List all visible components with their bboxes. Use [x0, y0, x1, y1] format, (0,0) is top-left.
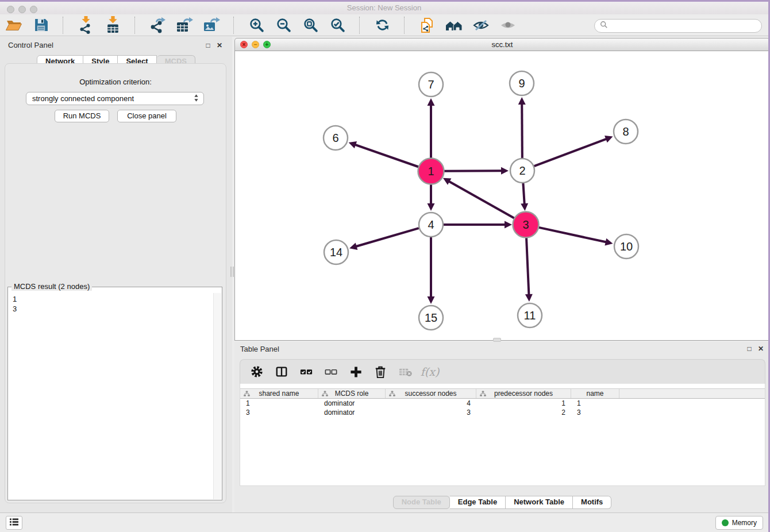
float-table-panel-icon[interactable]: □	[745, 345, 753, 353]
table-cell[interactable]: dominator	[318, 399, 386, 407]
hide-selected-icon[interactable]	[472, 16, 490, 34]
table-settings-icon[interactable]	[249, 364, 264, 379]
search-field[interactable]	[594, 19, 762, 33]
edge-3-10[interactable]	[538, 228, 613, 246]
table-cell[interactable]: 1	[476, 399, 571, 407]
column-label: predecessor nodes	[494, 390, 553, 398]
node-15[interactable]: 15	[419, 306, 443, 330]
list-icon	[9, 518, 20, 529]
table-cell[interactable]: 3	[571, 408, 619, 417]
table-cell[interactable]: 1	[240, 399, 318, 407]
edge-3-11[interactable]	[525, 237, 533, 302]
zoom-fit-icon[interactable]	[301, 16, 319, 34]
tab-motifs[interactable]: Motifs	[573, 496, 611, 509]
export-network-icon[interactable]	[148, 16, 167, 34]
edge-4-15[interactable]	[428, 237, 435, 304]
node-2[interactable]: 2	[510, 159, 534, 183]
tab-node-table[interactable]: Node Table	[393, 496, 450, 509]
network-close-icon[interactable]: ×	[240, 41, 248, 48]
new-network-from-selection-icon[interactable]	[418, 16, 436, 34]
column-header-predecessor-nodes[interactable]: predecessor nodes	[476, 389, 571, 398]
tab-network-table[interactable]: Network Table	[506, 496, 573, 509]
table-cell[interactable]: 3	[240, 408, 318, 417]
mcds-result-list[interactable]: 13	[8, 292, 213, 499]
import-network-icon[interactable]	[76, 16, 95, 34]
edge-1-7[interactable]	[428, 98, 435, 159]
first-neighbors-icon[interactable]	[445, 16, 463, 34]
edge-2-9[interactable]	[518, 97, 526, 158]
zoom-out-icon[interactable]	[274, 16, 292, 34]
toolbar-separator	[359, 17, 360, 34]
node-1[interactable]: 1	[418, 159, 444, 184]
zoom-selected-icon[interactable]	[328, 16, 346, 34]
svg-text:15: 15	[425, 311, 437, 324]
edge-3-1[interactable]	[443, 178, 515, 218]
edge-1-4[interactable]	[428, 184, 435, 211]
node-6[interactable]: 6	[324, 126, 348, 150]
export-image-icon[interactable]	[202, 16, 221, 34]
table-cell[interactable]: 1	[571, 399, 619, 407]
refresh-layout-icon[interactable]	[373, 16, 391, 34]
node-10[interactable]: 10	[614, 234, 638, 259]
table-cell[interactable]: 3	[386, 408, 476, 417]
desktop: Session: New Session Control Panel □ ✕ N…	[0, 0, 770, 532]
float-panel-icon[interactable]: □	[204, 42, 212, 50]
edge-2-3[interactable]	[521, 183, 528, 211]
node-4[interactable]: 4	[419, 213, 443, 237]
deselect-all-columns-icon[interactable]	[324, 364, 338, 379]
edge-1-2[interactable]	[444, 167, 509, 175]
run-mcds-button[interactable]: Run MCDS	[55, 110, 109, 122]
edge-1-6[interactable]	[349, 141, 419, 167]
column-label: shared name	[259, 390, 299, 398]
svg-text:11: 11	[524, 309, 536, 322]
node-9[interactable]: 9	[510, 71, 534, 95]
table-cell[interactable]: 4	[386, 399, 476, 407]
node-3[interactable]: 3	[513, 212, 539, 238]
node-14[interactable]: 14	[324, 240, 348, 264]
edge-4-3[interactable]	[444, 221, 512, 229]
close-table-panel-icon[interactable]: ✕	[757, 345, 765, 353]
control-panel: Control Panel □ ✕ NetworkStyleSelectMCDS…	[0, 37, 232, 512]
toolbar-separator	[404, 17, 405, 34]
zoom-in-icon[interactable]	[247, 16, 265, 34]
close-panel-icon[interactable]: ✕	[215, 42, 224, 50]
edge-4-14[interactable]	[349, 228, 419, 250]
add-column-icon[interactable]	[348, 364, 363, 379]
import-table-icon[interactable]	[103, 16, 122, 34]
show-all-icon[interactable]	[499, 16, 517, 34]
save-session-icon[interactable]	[32, 16, 50, 34]
open-session-icon[interactable]	[5, 16, 23, 34]
edge-2-8[interactable]	[534, 136, 613, 166]
network-canvas[interactable]: 1234678910111415	[234, 51, 770, 341]
task-history-button[interactable]	[6, 516, 22, 530]
optimization-criterion-select[interactable]: strongly connected component	[26, 92, 204, 105]
node-7[interactable]: 7	[419, 72, 443, 97]
column-header-name[interactable]: name	[571, 389, 619, 398]
network-minimize-icon[interactable]: –	[252, 41, 259, 48]
select-all-columns-icon[interactable]	[299, 364, 314, 379]
node-8[interactable]: 8	[614, 119, 638, 144]
export-table-icon[interactable]	[175, 16, 194, 34]
network-window-titlebar[interactable]: scc.txt × – +	[234, 38, 770, 51]
horizontal-splitter-handle[interactable]	[493, 338, 501, 342]
network-maximize-icon[interactable]: +	[263, 41, 271, 48]
table-cell[interactable]: 2	[476, 408, 571, 417]
close-panel-button[interactable]: Close panel	[117, 110, 176, 122]
table-cell[interactable]: dominator	[318, 408, 386, 417]
node-11[interactable]: 11	[518, 303, 542, 327]
column-header-shared-name[interactable]: shared name	[240, 389, 318, 398]
search-icon	[600, 21, 608, 31]
tab-edge-table[interactable]: Edge Table	[450, 496, 506, 509]
table-row[interactable]: 3dominator323	[240, 408, 765, 417]
column-header-mcds-role[interactable]: MCDS role	[318, 389, 386, 398]
memory-button[interactable]: Memory	[715, 516, 763, 530]
column-header-successor-nodes[interactable]: successor nodes	[386, 389, 476, 398]
split-view-icon[interactable]	[274, 364, 289, 379]
table-row[interactable]: 1dominator411	[240, 399, 765, 408]
panel-splitter-handle[interactable]	[229, 267, 234, 277]
svg-text:7: 7	[428, 78, 434, 91]
status-bar: Memory	[0, 512, 768, 532]
result-scrollbar[interactable]	[213, 293, 221, 499]
search-input[interactable]	[611, 20, 761, 32]
delete-column-icon[interactable]	[373, 364, 388, 379]
